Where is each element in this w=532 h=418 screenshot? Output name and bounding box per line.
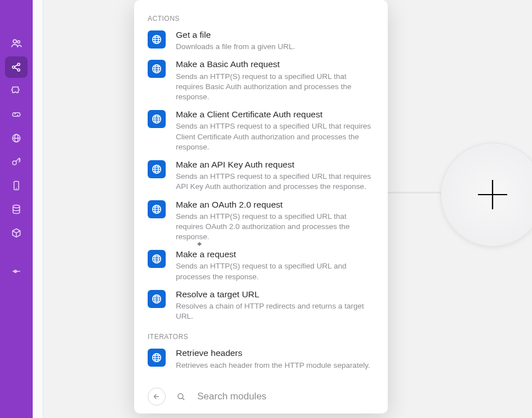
section-label-iterators: ITERATORS: [148, 333, 374, 341]
back-button[interactable]: [148, 388, 166, 406]
add-module-node[interactable]: [441, 143, 532, 247]
http-globe-icon: [148, 250, 166, 268]
sidebar-item-share[interactable]: [5, 56, 28, 78]
sidebar-item-settings[interactable]: [5, 261, 28, 282]
module-client-cert-auth[interactable]: Make a Client Certificate Auth request S…: [148, 105, 374, 156]
module-make-request[interactable]: Make a request Sends an HTTP(S) request …: [148, 245, 374, 285]
svg-point-4: [12, 66, 15, 68]
database-icon: [11, 204, 22, 215]
http-globe-icon: [148, 60, 166, 78]
settings-slider-icon: [11, 266, 22, 277]
module-title: Make a Basic Auth request: [176, 59, 374, 70]
puzzle-icon: [11, 85, 22, 96]
globe-icon: [11, 133, 22, 144]
module-desc: Resolves a chain of HTTP redirects and r…: [176, 301, 374, 322]
key-icon: [11, 156, 22, 168]
connector-line: [380, 192, 447, 199]
svg-point-15: [13, 205, 20, 208]
sidebar-item-data[interactable]: [5, 199, 28, 220]
link-icon: [11, 109, 22, 120]
cube-icon: [11, 227, 22, 239]
sidebar-item-links[interactable]: [5, 104, 28, 125]
module-desc: Sends an HTTP(S) request to a specified …: [176, 261, 374, 281]
search-row: [148, 384, 374, 406]
module-get-a-file[interactable]: Get a file Downloads a file from a given…: [148, 26, 374, 55]
plus-icon: [472, 174, 513, 215]
sidebar-item-integrations[interactable]: [5, 80, 28, 102]
module-resolve-url[interactable]: Resolve a target URL Resolves a chain of…: [148, 285, 374, 325]
sidebar-item-packages[interactable]: [5, 222, 28, 244]
mobile-icon: [11, 180, 22, 191]
module-desc: Sends an HTTP(S) request to a specified …: [176, 212, 374, 243]
http-globe-icon: [148, 349, 166, 367]
module-title: Make a request: [176, 249, 374, 260]
module-picker-panel: ACTIONS Get a file Downloads a file from…: [134, 0, 388, 413]
search-icon: [176, 391, 186, 402]
search-input[interactable]: [196, 390, 374, 403]
module-title: Resolve a target URL: [176, 289, 374, 300]
sidebar-item-keys[interactable]: [5, 151, 28, 173]
module-api-key-auth[interactable]: Make an API Key Auth request Sends an HT…: [148, 156, 374, 196]
sidebar-item-users[interactable]: [5, 33, 28, 54]
module-desc: Sends an HTTP(S) request to a specified …: [176, 72, 374, 103]
sidebar-item-mobile[interactable]: [5, 175, 28, 196]
svg-point-6: [17, 69, 20, 71]
http-globe-icon: [148, 110, 166, 128]
module-desc: Downloads a file from a given URL.: [176, 42, 374, 52]
module-oauth2[interactable]: Make an OAuth 2.0 request Sends an HTTP(…: [148, 196, 374, 246]
svg-point-2: [13, 39, 16, 43]
module-title: Retrieve headers: [176, 347, 374, 359]
svg-point-12: [12, 161, 16, 165]
svg-point-5: [17, 63, 20, 65]
section-label-actions: ACTIONS: [148, 15, 374, 23]
actions-list: Get a file Downloads a file from a given…: [148, 26, 374, 325]
module-retrieve-headers[interactable]: Retrieve headers Retrieves each header f…: [148, 344, 374, 373]
module-title: Make an API Key Auth request: [176, 159, 374, 170]
svg-line-8: [15, 68, 18, 69]
module-desc: Sends an HTTPS request to a specified UR…: [176, 121, 374, 152]
http-globe-icon: [148, 290, 166, 308]
users-icon: [10, 37, 23, 50]
module-title: Make an OAuth 2.0 request: [176, 199, 374, 210]
module-desc: Sends an HTTPS request to a specified UR…: [176, 171, 374, 192]
iterators-list: Retrieve headers Retrieves each header f…: [148, 344, 374, 373]
main-sidebar: [0, 0, 33, 418]
secondary-strip: [33, 0, 43, 418]
svg-point-3: [17, 41, 20, 43]
http-globe-icon: [148, 30, 166, 49]
svg-line-61: [183, 398, 184, 399]
svg-line-7: [15, 65, 18, 67]
sidebar-item-web[interactable]: [5, 127, 28, 149]
module-desc: Retrieves each header from the HTTP modu…: [176, 360, 374, 371]
arrow-left-icon: [152, 392, 161, 401]
module-basic-auth[interactable]: Make a Basic Auth request Sends an HTTP(…: [148, 55, 374, 105]
module-title: Make a Client Certificate Auth request: [176, 109, 374, 120]
http-globe-icon: [148, 200, 166, 218]
svg-point-60: [178, 394, 183, 399]
module-title: Get a file: [176, 29, 374, 41]
http-globe-icon: [148, 160, 166, 178]
share-icon: [11, 61, 22, 73]
